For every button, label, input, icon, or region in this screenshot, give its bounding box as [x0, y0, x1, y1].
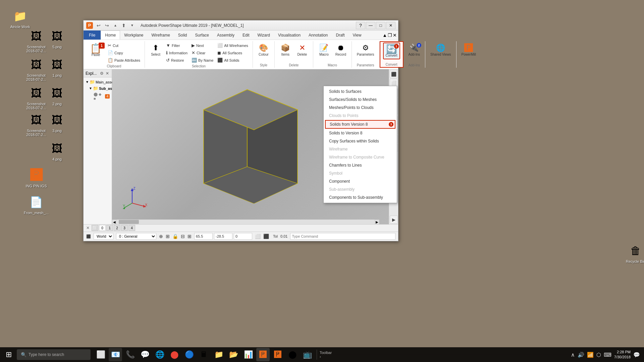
system-clock[interactable]: 2:28 PM 7/30/2018: [614, 350, 631, 360]
collapse-panel-button[interactable]: ▶: [390, 216, 398, 224]
record-button[interactable]: ⏺ Record: [333, 42, 349, 58]
menu-wizard[interactable]: Wizard: [254, 31, 274, 40]
delete-button[interactable]: ✕ Delete: [294, 42, 310, 58]
close-button[interactable]: ✕: [386, 22, 395, 29]
tray-network[interactable]: 📶: [587, 352, 594, 358]
menu-file[interactable]: File: [84, 31, 101, 40]
all-solids-button[interactable]: ⬛ All Solids: [216, 57, 250, 64]
help-button[interactable]: ?: [356, 22, 365, 29]
tree-expand-sub[interactable]: ▼: [89, 86, 92, 90]
status-tab-0[interactable]: 0: [99, 225, 106, 231]
quick-access-arrow[interactable]: ▲: [112, 22, 119, 29]
taskbar-explorer[interactable]: 📁: [212, 348, 225, 361]
undo-button[interactable]: ↩: [95, 22, 102, 29]
status-tab-viewer[interactable]: ⬜: [92, 225, 98, 231]
tree-expand[interactable]: ▼: [86, 80, 89, 84]
all-wireframes-button[interactable]: ⬜ All Wireframes: [216, 42, 250, 49]
menu-surface[interactable]: Surface: [191, 31, 213, 40]
tray-speaker[interactable]: 🔊: [578, 352, 584, 358]
dropdown-component[interactable]: Component: [324, 177, 397, 185]
powermill-button[interactable]: 🅿 PowerMill: [459, 42, 478, 58]
desktop-icon-4png[interactable]: 🖼 4.png: [44, 139, 70, 163]
clear-button[interactable]: ✕ Clear: [190, 49, 215, 56]
menu-solid[interactable]: Solid: [174, 31, 191, 40]
macro-button[interactable]: 📝 Macro: [316, 42, 332, 58]
desktop-icon-5png[interactable]: 🖼 5.png: [44, 27, 70, 50]
desktop-icon-2png[interactable]: 🖼 2.png: [44, 84, 70, 107]
ribbon-collapse-up[interactable]: ▲: [382, 33, 387, 38]
menu-annotation[interactable]: Annotation: [305, 31, 332, 40]
dropdown-chamfers-to-lines[interactable]: Chamfers to Lines: [324, 161, 397, 169]
taskbar-app2[interactable]: 📺: [301, 348, 314, 361]
dropdown-solids-from-version8[interactable]: Solids from Version 8 3: [325, 120, 395, 129]
desktop-icon-3png[interactable]: 🖼 3.png: [44, 111, 70, 134]
explorer-settings-button[interactable]: ⚙: [99, 71, 104, 76]
menu-assembly[interactable]: Assembly: [213, 31, 238, 40]
taskbar-app1[interactable]: 🔵: [182, 348, 196, 361]
start-button[interactable]: ⊞: [1, 347, 16, 362]
filter-button[interactable]: ▼ Filter: [164, 42, 189, 49]
taskbar-ie[interactable]: 🌐: [153, 348, 166, 361]
desktop-icon-1png[interactable]: 🖼 1.png: [44, 55, 70, 79]
down-chevron[interactable]: ▼: [128, 22, 136, 29]
desktop-icon-frommesh[interactable]: 📄 From_mesh_...: [23, 193, 50, 216]
menu-view[interactable]: View: [349, 31, 366, 40]
ribbon-collapse-restore[interactable]: ❐: [388, 33, 392, 38]
status-tab-1[interactable]: 1: [106, 225, 113, 231]
menu-draft[interactable]: Draft: [332, 31, 348, 40]
desktop-icon-ingpin[interactable]: 🅿 ING PIN.IGS: [23, 166, 50, 189]
taskbar-search[interactable]: 🔍 Type here to search: [17, 349, 91, 360]
menu-edit[interactable]: Edit: [238, 31, 254, 40]
status-close-button[interactable]: ✕: [85, 226, 91, 230]
select-button-toolbar[interactable]: ⬆: [120, 22, 127, 29]
tree-item-main-assen[interactable]: ▼ 📁 Main_assen: [84, 79, 111, 85]
copy-button[interactable]: 📄 Copy: [106, 49, 142, 56]
colour-button[interactable]: 🎨 Colour: [256, 42, 272, 58]
dropdown-copy-surfaces-within-solids[interactable]: Copy Surfaces within Solids: [324, 137, 397, 145]
taskbar-powershape[interactable]: 🅿: [256, 348, 270, 361]
menu-visualisation[interactable]: Visualisation: [274, 31, 305, 40]
restore-button[interactable]: ↺ Restore: [164, 57, 189, 64]
horizontal-scrollbar[interactable]: ▶ ◀: [112, 220, 379, 224]
menu-wireframe[interactable]: Wireframe: [148, 31, 174, 40]
tray-notification[interactable]: 💬: [633, 352, 640, 358]
by-name-button[interactable]: 🔤 By Name: [190, 57, 215, 64]
dropdown-solids-to-version8[interactable]: Solids to Version 8: [324, 129, 397, 137]
taskbar-excel[interactable]: 📊: [241, 348, 255, 361]
dropdown-solids-to-surfaces[interactable]: Solids to Surfaces: [324, 87, 397, 96]
general-select[interactable]: 0 : General: [116, 233, 156, 240]
select-button[interactable]: ⬆ Select: [148, 42, 164, 58]
tree-item-part[interactable]: ⬤ ◆ ■ 4: [84, 92, 111, 101]
dropdown-meshes-points-clouds[interactable]: Meshes/Points to Clouds: [324, 104, 397, 112]
parameters-button[interactable]: ⚙ Parameters: [355, 42, 377, 58]
taskbar-explorer2[interactable]: 📂: [227, 348, 240, 361]
tray-dropbox[interactable]: ⬡: [596, 352, 601, 358]
minimize-button[interactable]: —: [366, 22, 375, 29]
scroll-left-button[interactable]: ◀: [112, 220, 117, 224]
all-surfaces-button[interactable]: ◼ All Surfaces: [216, 49, 250, 56]
world-select[interactable]: World: [94, 233, 113, 240]
paste-attributes-button[interactable]: 📋 Paste Attributes: [106, 57, 142, 64]
sharedviews-button[interactable]: 🌐 Shared Views: [428, 42, 453, 58]
menu-home[interactable]: Home: [101, 31, 120, 40]
convert-button[interactable]: 🔄 Convert 1: [383, 43, 400, 59]
taskbar-chrome2[interactable]: ⬤: [286, 348, 299, 361]
tray-keyboard[interactable]: ⌨: [604, 352, 611, 358]
taskbar-calculator[interactable]: 🖩: [197, 348, 211, 361]
desktop-icon-recycle[interactable]: 🗑 Recycle Bin: [622, 241, 644, 265]
view3d-button[interactable]: ⬛: [390, 70, 398, 78]
scrollbar-thumb[interactable]: [119, 220, 139, 224]
items-button[interactable]: 📦 Items: [277, 42, 293, 58]
tray-up-arrow[interactable]: ∧: [571, 352, 575, 358]
taskbar-skype-business[interactable]: 📞: [123, 348, 137, 361]
status-tab-4[interactable]: 4: [128, 225, 135, 231]
scroll-right-button[interactable]: ▶: [375, 220, 379, 224]
taskbar-skype[interactable]: 💬: [138, 348, 152, 361]
taskbar-powershape2[interactable]: 🅿: [271, 348, 284, 361]
ribbon-close[interactable]: ✕: [393, 33, 397, 38]
taskbar-chrome[interactable]: ⬤: [168, 348, 181, 361]
explorer-close-button[interactable]: ✕: [105, 71, 110, 76]
taskbar-outlook[interactable]: 📧: [109, 348, 122, 361]
dropdown-surfaces-solids-meshes[interactable]: Surfaces/Solids to Meshes: [324, 96, 397, 104]
redo-button[interactable]: ↪: [103, 22, 111, 29]
